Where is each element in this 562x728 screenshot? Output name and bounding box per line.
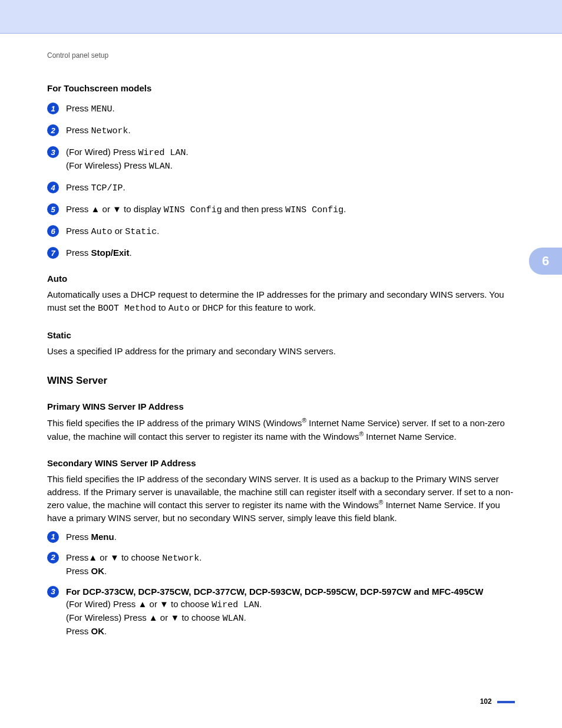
text: (For Wireless) Press — [66, 612, 149, 622]
step-5: 5 Press ▲ or ▼ to display WINS Config an… — [47, 203, 515, 216]
wlan-literal: WLAN — [223, 614, 244, 624]
network-literal: Network — [91, 126, 128, 136]
up-arrow-icon: ▲ — [149, 612, 158, 622]
wins-step-2: 2 Press▲ or ▼ to choose Network. Press O… — [47, 551, 515, 577]
text: . — [157, 226, 159, 236]
step-7: 7 Press Stop/Exit. — [47, 246, 515, 259]
step-body: Press▲ or ▼ to choose Network. Press OK. — [66, 551, 515, 577]
up-arrow-icon: ▲ — [91, 204, 100, 214]
static-literal: Static — [125, 227, 157, 237]
page-number-bar-icon — [497, 701, 515, 703]
down-arrow-icon: ▼ — [110, 552, 119, 562]
text: or — [158, 612, 171, 622]
step-number-icon: 2 — [47, 124, 59, 136]
step-number-icon: 2 — [47, 552, 59, 564]
auto-heading: Auto — [47, 274, 515, 284]
up-arrow-icon: ▲ — [88, 552, 97, 562]
content-area: Control panel setup For Touchscreen mode… — [0, 34, 562, 637]
secondary-wins-heading: Secondary WINS Server IP Address — [47, 458, 515, 468]
wired-lan-literal: Wired LAN — [211, 600, 259, 610]
text: . — [128, 125, 131, 135]
text: . — [186, 147, 189, 157]
wins-config-literal: WINS Config — [164, 205, 222, 215]
static-paragraph: Uses a specified IP address for the prim… — [47, 345, 515, 358]
text: . — [104, 626, 107, 636]
text: . — [113, 103, 115, 113]
registered-icon: ® — [302, 417, 306, 424]
registered-icon: ® — [359, 430, 363, 437]
text: . — [170, 160, 173, 170]
step-number-icon: 7 — [47, 247, 59, 259]
step-body: Press Menu. — [66, 531, 515, 543]
text: . — [130, 248, 132, 258]
text: Press — [66, 226, 91, 236]
auto-literal: Auto — [168, 304, 190, 314]
text: to choose — [168, 599, 211, 609]
step-body: Press Network. — [66, 124, 515, 137]
secondary-wins-paragraph: This field specifies the IP address of t… — [47, 473, 515, 525]
down-arrow-icon: ▼ — [113, 204, 121, 214]
text: . — [104, 566, 107, 576]
step-number-icon: 6 — [47, 225, 59, 237]
wins-step-1: 1 Press Menu. — [47, 531, 515, 543]
step-body: Press ▲ or ▼ to display WINS Config and … — [66, 203, 515, 216]
step-number-icon: 3 — [47, 146, 59, 158]
wired-lan-literal: Wired LAN — [138, 148, 186, 158]
wins-server-heading: WINS Server — [47, 375, 515, 387]
breadcrumb: Control panel setup — [47, 51, 515, 60]
text: . — [343, 204, 346, 214]
primary-wins-paragraph: This field specifies the IP address of t… — [47, 416, 515, 443]
ok-label: OK — [91, 626, 105, 636]
text: and then press — [222, 204, 286, 214]
down-arrow-icon: ▼ — [160, 599, 168, 609]
chapter-tab: 6 — [529, 248, 562, 275]
text: . — [244, 612, 246, 622]
wlan-literal: WLAN — [149, 162, 170, 172]
step-2: 2 Press Network. — [47, 124, 515, 137]
page-number: 102 — [480, 697, 515, 706]
step-1: 1 Press MENU. — [47, 102, 515, 116]
text: . — [199, 552, 201, 562]
section-title-touchscreen: For Touchscreen models — [47, 83, 515, 93]
text: Press — [66, 552, 88, 562]
text: Press — [66, 204, 91, 214]
models-list: For DCP-373CW, DCP-375CW, DCP-377CW, DCP… — [66, 587, 483, 597]
chapter-number: 6 — [542, 253, 549, 269]
tcpip-literal: TCP/IP — [91, 183, 123, 193]
text: . — [123, 182, 125, 192]
step-body: Press MENU. — [66, 102, 515, 116]
step-6: 6 Press Auto or Static. — [47, 225, 515, 238]
step-4: 4 Press TCP/IP. — [47, 181, 515, 195]
text: Press — [66, 566, 91, 576]
up-arrow-icon: ▲ — [138, 599, 147, 609]
text: to choose — [179, 612, 222, 622]
static-heading: Static — [47, 330, 515, 340]
stop-exit-label: Stop/Exit — [91, 248, 130, 258]
text: Press — [66, 248, 91, 258]
text: or — [97, 552, 110, 562]
text: (For Wireless) Press — [66, 160, 149, 170]
auto-paragraph: Automatically uses a DHCP request to det… — [47, 288, 515, 315]
step-number-icon: 3 — [47, 586, 59, 598]
network-literal: Network — [162, 554, 199, 564]
menu-literal: MENU — [91, 104, 113, 114]
auto-literal: Auto — [91, 227, 113, 237]
text: . — [259, 599, 262, 609]
text: (For Wired) Press — [66, 599, 138, 609]
text: Press — [66, 125, 91, 135]
text: (For Wired) Press — [66, 147, 138, 157]
text: to choose — [119, 552, 162, 562]
text: Press — [66, 626, 91, 636]
step-3: 3 (For Wired) Press Wired LAN. (For Wire… — [47, 146, 515, 173]
text: This field specifies the IP address of t… — [47, 418, 302, 428]
boot-method-literal: BOOT Method — [98, 304, 156, 314]
text: to — [156, 302, 168, 312]
text: . — [114, 532, 117, 542]
text: or — [190, 302, 203, 312]
down-arrow-icon: ▼ — [170, 612, 179, 622]
page: 6 Control panel setup For Touchscreen mo… — [0, 0, 562, 728]
text: Press — [66, 103, 91, 113]
step-body: (For Wired) Press Wired LAN. (For Wirele… — [66, 146, 515, 173]
text: or — [100, 204, 113, 214]
step-number-icon: 4 — [47, 182, 59, 193]
